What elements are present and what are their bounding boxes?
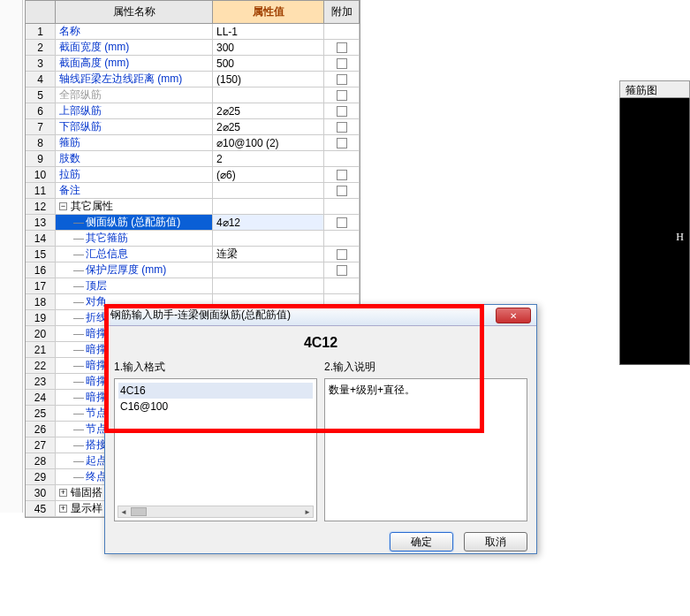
input-format-label: 1.输入格式 [114,360,317,375]
checkbox[interactable] [337,122,347,133]
row-index: 15 [26,247,56,262]
property-row[interactable]: 14—其它箍筋 [26,231,360,247]
scrollbar-thumb[interactable] [131,507,147,516]
property-row[interactable]: 3截面高度 (mm)500 [26,56,360,72]
property-extra [324,24,360,39]
checkbox[interactable] [337,58,347,69]
property-value[interactable]: 500 [213,56,324,71]
checkbox[interactable] [337,90,347,101]
scroll-left-icon[interactable]: ◄ [118,506,129,517]
property-value[interactable]: 2⌀25 [213,119,324,134]
tree-line-icon: — [73,392,84,404]
property-name[interactable]: —汇总信息 [56,247,213,262]
property-value[interactable]: LL-1 [213,24,324,39]
property-name[interactable]: 下部纵筋 [56,119,213,134]
property-value[interactable]: 连梁 [213,247,324,262]
property-value[interactable] [213,278,324,293]
close-button[interactable]: ✕ [496,308,531,323]
property-value[interactable] [213,183,324,198]
property-name[interactable]: 全部纵筋 [56,87,213,103]
checkbox[interactable] [337,170,347,180]
input-format-list[interactable]: 4C16 C16@100 ◄ ► [114,378,317,521]
property-name[interactable]: −其它属性 [56,199,213,214]
property-value[interactable] [213,262,324,278]
property-row[interactable]: 6上部纵筋2⌀25 [26,103,360,119]
checkbox[interactable] [337,42,347,53]
property-name[interactable]: —侧面纵筋 (总配筋值) [56,215,213,230]
checkbox[interactable] [337,138,347,148]
property-extra [324,215,360,230]
dialog-footer: 确定 取消 [105,525,536,559]
cancel-button[interactable]: 取消 [464,532,527,551]
property-value[interactable]: 4⌀12 [213,215,324,230]
property-row[interactable]: 17—顶层 [26,278,360,294]
property-name[interactable]: 截面高度 (mm) [56,56,213,71]
property-value[interactable] [213,87,324,103]
checkbox[interactable] [337,74,347,85]
property-value[interactable]: (150) [213,72,324,87]
format-option[interactable]: C16@100 [118,399,313,414]
property-row[interactable]: 12−其它属性 [26,199,360,215]
property-name[interactable]: —顶层 [56,278,213,293]
row-index: 26 [26,422,56,437]
property-value[interactable] [213,231,324,246]
property-name[interactable]: 名称 [56,24,213,39]
row-index: 12 [26,199,56,214]
row-index: 24 [26,390,56,405]
ok-button[interactable]: 确定 [390,532,453,551]
property-name[interactable]: 箍筋 [56,135,213,150]
tree-line-icon: — [73,232,84,245]
property-name[interactable]: 拉筋 [56,167,213,182]
property-name-text: 显示样 [71,501,102,516]
property-name[interactable]: —其它箍筋 [56,231,213,246]
property-extra [324,151,360,166]
format-option[interactable]: 4C16 [118,383,313,399]
property-name[interactable]: 轴线距梁左边线距离 (mm) [56,72,213,87]
property-name-text: 备注 [59,183,80,198]
property-name[interactable]: 肢数 [56,151,213,166]
property-row[interactable]: 10拉筋(⌀6) [26,167,360,183]
checkbox[interactable] [337,249,347,260]
property-extra [324,167,360,182]
checkbox[interactable] [337,217,347,228]
scrollbar-horizontal[interactable]: ◄ ► [118,506,314,518]
property-row[interactable]: 15—汇总信息连梁 [26,247,360,262]
dialog-titlebar[interactable]: 钢筋输入助手-连梁侧面纵筋(总配筋值) ✕ [105,305,536,326]
property-row[interactable]: 11备注 [26,183,360,199]
row-index: 16 [26,262,56,278]
property-name[interactable]: 上部纵筋 [56,103,213,118]
property-value[interactable]: 2⌀25 [213,103,324,118]
property-row[interactable]: 5全部纵筋 [26,87,360,103]
property-row[interactable]: 7下部纵筋2⌀25 [26,119,360,135]
property-extra [324,103,360,118]
property-row[interactable]: 8箍筋⌀10@100 (2) [26,135,360,151]
tree-toggle-icon[interactable]: − [59,202,67,210]
scroll-right-icon[interactable]: ► [302,506,313,517]
checkbox[interactable] [337,265,347,276]
property-row[interactable]: 13—侧面纵筋 (总配筋值)4⌀12 [26,215,360,231]
property-extra [324,183,360,198]
property-value[interactable]: ⌀10@100 (2) [213,135,324,150]
property-row[interactable]: 4轴线距梁左边线距离 (mm)(150) [26,72,360,87]
checkbox[interactable] [337,106,347,117]
property-value[interactable]: 300 [213,40,324,55]
property-row[interactable]: 2截面宽度 (mm)300 [26,40,360,56]
tree-line-icon: — [73,471,84,483]
property-name[interactable]: 截面宽度 (mm) [56,40,213,55]
tree-toggle-icon[interactable]: + [59,489,67,497]
property-value[interactable]: (⌀6) [213,167,324,182]
property-row[interactable]: 16—保护层厚度 (mm) [26,262,360,278]
property-name[interactable]: 备注 [56,183,213,198]
input-desc-box: 数量+级别+直径。 [324,378,527,521]
checkbox[interactable] [337,186,347,196]
property-extra [324,278,360,293]
property-name[interactable]: —保护层厚度 (mm) [56,262,213,278]
property-extra [324,262,360,278]
property-row[interactable]: 1名称LL-1 [26,24,360,40]
row-index: 10 [26,167,56,182]
tree-toggle-icon[interactable]: + [59,505,67,513]
property-value[interactable]: 2 [213,151,324,166]
property-row[interactable]: 9肢数2 [26,151,360,167]
row-index: 23 [26,374,56,389]
property-value[interactable] [213,199,324,214]
